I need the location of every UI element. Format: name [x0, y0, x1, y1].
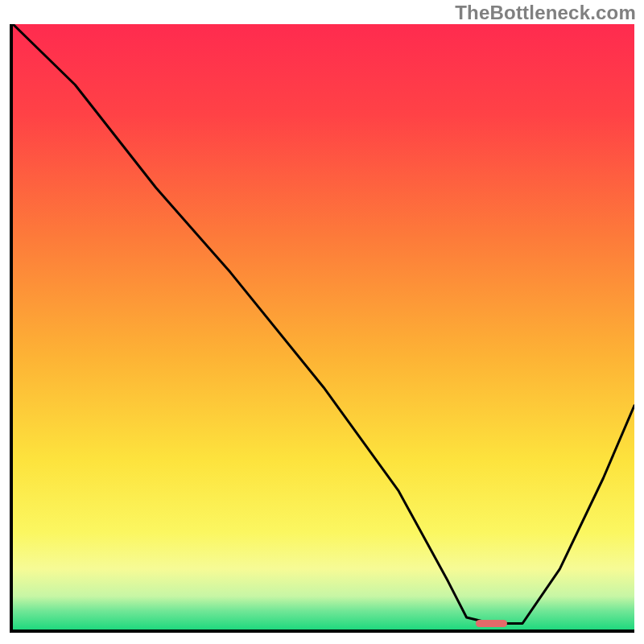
- chart-stage: TheBottleneck.com: [0, 0, 644, 644]
- plot-area: [10, 24, 634, 633]
- optimal-marker: [476, 620, 507, 628]
- bottleneck-curve: [13, 24, 634, 630]
- watermark-text: TheBottleneck.com: [455, 2, 636, 24]
